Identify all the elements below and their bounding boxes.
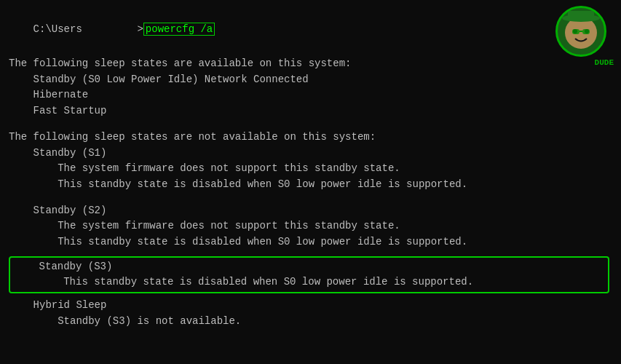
watermark-circle (555, 6, 606, 57)
command-text: powercfg /a (143, 23, 215, 36)
gap-1 (9, 119, 612, 130)
standby-s2-label: Standby (S2) (9, 203, 612, 219)
watermark-face-svg (559, 9, 603, 53)
svg-rect-2 (568, 11, 594, 21)
hybrid-sleep-detail: Standby (S3) is not available. (9, 314, 612, 330)
gap-2 (9, 193, 612, 203)
command-line: C:\Users >powercfg /a (9, 6, 612, 53)
svg-rect-5 (572, 29, 580, 34)
watermark: DUDE (555, 6, 614, 64)
standby-s1-detail-1: This standby state is disabled when S0 l… (9, 177, 612, 193)
available-item-1: Hibernate (9, 87, 612, 103)
standby-s3-label: Standby (S3) (15, 259, 604, 275)
watermark-text: DUDE (555, 58, 614, 67)
available-item-0: Standby (S0 Low Power Idle) Network Conn… (9, 72, 612, 88)
svg-rect-6 (582, 29, 590, 34)
available-header: The following sleep states are available… (9, 56, 612, 72)
standby-s2-detail-1: This standby state is disabled when S0 l… (9, 234, 612, 250)
standby-s3-detail-0: This standby state is disabled when S0 l… (15, 274, 604, 290)
standby-s2-detail-0: The system firmware does not support thi… (9, 218, 612, 234)
not-available-header: The following sleep states are not avail… (9, 130, 612, 146)
standby-s3-highlighted-box: Standby (S3) This standby state is disab… (9, 256, 609, 293)
hybrid-sleep-label: Hybrid Sleep (9, 298, 612, 314)
terminal-window: DUDE C:\Users >powercfg /a The following… (0, 0, 621, 364)
standby-s1-label: Standby (S1) (9, 146, 612, 162)
gap-3 (9, 250, 612, 255)
available-item-2: Fast Startup (9, 103, 612, 119)
standby-s1-detail-0: The system firmware does not support thi… (9, 161, 612, 177)
prompt-text: C:\Users > (33, 23, 143, 35)
